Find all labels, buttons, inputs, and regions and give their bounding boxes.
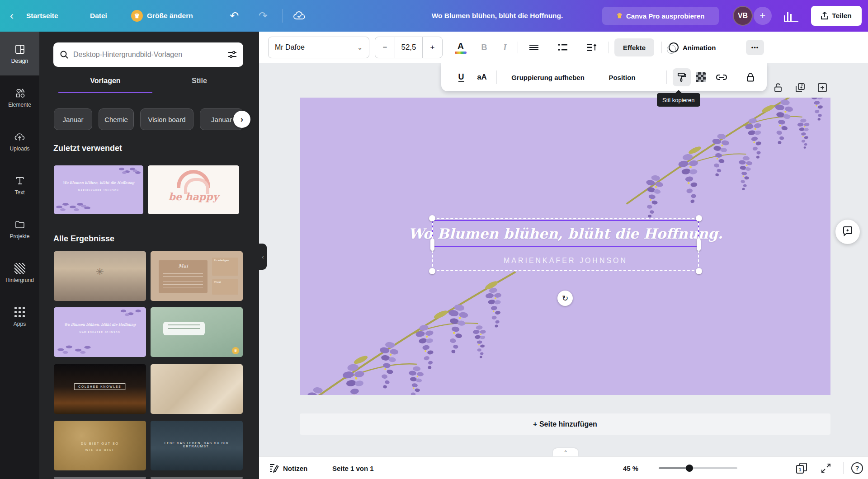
list-button[interactable] — [555, 39, 571, 56]
sidebar-item-projects[interactable]: Projekte — [0, 207, 39, 251]
assistant-chat-button[interactable] — [835, 220, 860, 244]
rail-label: Apps — [14, 321, 26, 327]
sidebar-item-uploads[interactable]: Uploads — [0, 119, 39, 163]
template-thumb-wisteria-2[interactable]: Wo Blumen blühen, blüht die Hoffnung MAR… — [54, 307, 146, 357]
crown-icon: ♛ — [131, 10, 143, 22]
note-card — [163, 322, 205, 335]
text-color-button[interactable]: A — [453, 39, 469, 56]
underline-button[interactable]: U — [453, 70, 469, 85]
resize-handle-w[interactable] — [430, 239, 434, 251]
copy-style-button[interactable] — [673, 68, 691, 86]
calendar-card: Mai — [159, 260, 208, 293]
notes-button[interactable]: Notizen — [269, 457, 307, 479]
rail-label: Text — [14, 189, 24, 196]
template-thumb-city[interactable]: LEBE DAS LEBEN, DAS DU DIR ERTRÄUMST. — [151, 421, 243, 470]
undo-button[interactable]: ↶ — [230, 0, 239, 32]
ungroup-button[interactable]: Gruppierung aufheben — [507, 70, 589, 85]
page-indicator[interactable]: Seite 1 von 1 — [332, 457, 374, 479]
wisteria-decor — [54, 307, 146, 357]
template-thumb-silk[interactable] — [151, 364, 243, 414]
insights-icon[interactable] — [784, 10, 798, 22]
template-thumb-behappy[interactable]: be happy — [148, 165, 239, 214]
spacing-button[interactable] — [584, 39, 600, 56]
sidebar-item-elements[interactable]: Elemente — [0, 75, 39, 119]
grid-view-button[interactable]: 1 — [796, 457, 807, 479]
resize-handle-nw[interactable] — [429, 215, 435, 221]
cloud-save-icon[interactable] — [293, 0, 307, 32]
lock-page-button[interactable] — [771, 81, 785, 94]
template-thumb-sky[interactable]: ✳ — [54, 251, 146, 301]
zoom-slider[interactable] — [659, 467, 737, 469]
more-options-button[interactable]: ••• — [746, 40, 764, 55]
rotate-handle[interactable]: ↻ — [557, 291, 573, 306]
resize-handle-ne[interactable] — [696, 215, 702, 221]
font-size-decrease-button[interactable]: − — [375, 37, 395, 58]
template-thumb-partial[interactable] — [54, 477, 146, 479]
search-input[interactable] — [73, 51, 223, 59]
position-button[interactable]: Position — [604, 70, 640, 85]
template-thumb-calendar[interactable]: Mai Zu erledigen Privat — [151, 251, 243, 301]
resize-handle-e[interactable] — [697, 239, 701, 251]
resize-handle-sw[interactable] — [429, 268, 435, 274]
tab-styles[interactable]: Stile — [163, 77, 236, 85]
sidebar-item-design[interactable]: Design — [0, 32, 39, 75]
sidebar-item-apps[interactable]: Apps — [0, 295, 39, 338]
transparency-button[interactable] — [693, 70, 709, 85]
top-bar: ‹ Startseite Datei ♛ Größe ändern ↶ ↷ Wo… — [0, 0, 868, 32]
back-icon[interactable]: ‹ — [10, 0, 14, 32]
home-button[interactable]: Startseite — [26, 0, 58, 32]
duplicate-page-button[interactable] — [793, 81, 807, 94]
font-size-value[interactable]: 52,5 — [395, 37, 422, 58]
help-button[interactable]: ? — [851, 457, 863, 479]
selection-box[interactable] — [432, 218, 699, 271]
fullscreen-icon — [821, 463, 831, 473]
template-thumb-gold[interactable]: DU BIST GUT SO WIE DU BIST — [54, 421, 146, 470]
rail-label: Elemente — [8, 102, 31, 108]
divider — [219, 9, 219, 23]
add-page-button[interactable]: + Seite hinzufügen — [300, 413, 830, 435]
font-select[interactable]: Mr Dafoe ⌄ — [268, 37, 369, 58]
canva-pro-button[interactable]: ♛ Canva Pro ausprobieren — [602, 7, 719, 25]
rainbow-bar — [455, 52, 467, 54]
file-menu-button[interactable]: Datei — [90, 0, 107, 32]
chips-scroll-right-button[interactable]: › — [233, 111, 250, 128]
link-button[interactable] — [712, 70, 731, 85]
document-title[interactable]: Wo Blumen blühen, blüht die Hoffnung. — [407, 0, 588, 32]
add-member-button[interactable]: + — [754, 7, 772, 25]
panel-collapse-button[interactable]: ‹ — [259, 244, 267, 270]
design-page[interactable]: Wo Blumen blühen, blüht die Hoffnung. MA… — [300, 98, 830, 395]
divider — [496, 70, 497, 84]
tab-templates[interactable]: Vorlagen — [69, 77, 142, 85]
italic-button[interactable]: I — [497, 39, 513, 56]
chip-vision-board[interactable]: Vision board — [140, 108, 193, 130]
zoom-slider-knob[interactable] — [686, 465, 693, 472]
text-case-button[interactable]: aA — [472, 70, 492, 85]
fullscreen-button[interactable] — [821, 457, 831, 479]
avatar[interactable]: VB — [733, 6, 753, 26]
text-icon — [14, 175, 26, 187]
share-button[interactable]: Teilen — [811, 6, 862, 26]
template-thumb-partial[interactable] — [151, 477, 243, 479]
sidebar-item-text[interactable]: Text — [0, 163, 39, 207]
collapse-toolbar-button[interactable]: ⌃ — [553, 448, 578, 456]
divider — [518, 42, 518, 53]
font-size-increase-button[interactable]: + — [422, 37, 442, 58]
add-page-icon-button[interactable] — [816, 81, 829, 94]
resize-button[interactable]: ♛ Größe ändern — [131, 0, 193, 32]
link-icon — [716, 74, 727, 81]
search-box[interactable] — [53, 42, 243, 67]
template-thumb-wisteria[interactable]: Wo Blumen blühen, blüht die Hoffnung MAR… — [54, 165, 143, 214]
filter-icon[interactable] — [228, 51, 237, 59]
text-align-button[interactable] — [526, 39, 542, 56]
redo-button[interactable]: ↷ — [259, 0, 268, 32]
template-thumb-green[interactable]: ♛ — [151, 307, 243, 357]
template-thumb-sunset[interactable]: COLSHEE KNOWLES — [54, 364, 146, 414]
chip-januar[interactable]: Januar — [54, 108, 92, 130]
resize-handle-se[interactable] — [696, 268, 702, 274]
lock-button[interactable] — [741, 70, 760, 85]
effects-button[interactable]: Effekte — [614, 38, 654, 56]
sidebar-item-background[interactable]: Hintergrund — [0, 251, 39, 295]
animation-button[interactable]: Animation — [669, 38, 716, 56]
chip-chemie[interactable]: Chemie — [99, 108, 134, 130]
bold-button[interactable]: B — [476, 39, 492, 56]
